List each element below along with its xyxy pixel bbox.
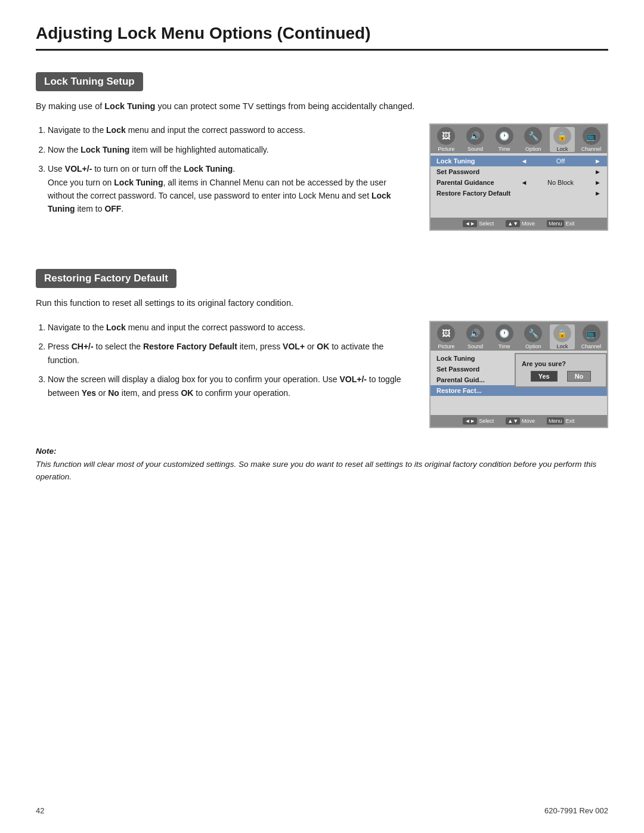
section1-step2: Now the Lock Tuning item will be highlig…	[48, 143, 411, 156]
note-label: Note:	[36, 447, 57, 456]
picture2-icon: 🖼	[437, 324, 455, 342]
page-title: Adjusting Lock Menu Options (Continued)	[36, 24, 608, 51]
section2-menu-body: Lock Tuning Set Password Parental Guid..…	[431, 351, 607, 415]
dialog-yes-button[interactable]: Yes	[531, 371, 558, 382]
doc-number: 620-7991 Rev 002	[544, 806, 608, 815]
page-footer: 42 620-7991 Rev 002	[36, 806, 608, 815]
section1-step3: Use VOL+/- to turn on or turn off the Lo…	[48, 162, 411, 216]
lock-icon: 🔒	[553, 127, 571, 145]
menu-row-empty2	[431, 207, 607, 215]
section2-screenshot: 🖼 Picture 🔊 Sound 🕐 Time 🔧 Option	[429, 321, 608, 428]
sound2-icon: 🔊	[466, 324, 484, 342]
menu2-icon-option: 🔧 Option	[521, 324, 546, 349]
time-icon: 🕐	[496, 127, 513, 145]
section2-instructions: Navigate to the Lock menu and input the …	[36, 321, 411, 405]
section1-header: Lock Tuning Setup	[36, 72, 143, 91]
section1-tv-menu: 🖼 Picture 🔊 Sound 🕐 Time 🔧 Option	[429, 123, 608, 231]
footer2-select: ◄► Select	[463, 417, 494, 425]
dialog-text: Are you sure?	[522, 360, 600, 367]
menu-row-parental-guidance: Parental Guidance ◄ No Block ►	[431, 177, 607, 188]
confirm-dialog: Are you sure? Yes No	[515, 353, 607, 388]
option2-icon: 🔧	[524, 324, 542, 342]
section1-intro: By making use of Lock Tuning you can pro…	[36, 100, 608, 113]
section2-menu-footer: ◄► Select ▲▼ Move Menu Exit	[431, 415, 607, 427]
section2-tv-menu: 🖼 Picture 🔊 Sound 🕐 Time 🔧 Option	[429, 321, 608, 428]
menu-icon-sound: 🔊 Sound	[463, 127, 488, 152]
section-lock-tuning: Lock Tuning Setup By making use of Lock …	[36, 55, 608, 231]
footer-exit: Menu Exit	[547, 220, 575, 227]
dialog-no-button[interactable]: No	[567, 371, 592, 382]
section2-intro: Run this function to reset all settings …	[36, 296, 608, 309]
section2-header: Restoring Factory Default	[36, 269, 177, 288]
section2-step1: Navigate to the Lock menu and input the …	[48, 321, 411, 334]
menu2-row-empty1	[431, 396, 607, 404]
note-section: Note: This function will clear most of y…	[36, 445, 608, 484]
menu2-icon-picture: 🖼 Picture	[434, 324, 459, 349]
menu2-icon-time: 🕐 Time	[492, 324, 517, 349]
section1-menu-icons: 🖼 Picture 🔊 Sound 🕐 Time 🔧 Option	[431, 125, 607, 153]
menu-row-empty1	[431, 199, 607, 207]
menu2-icon-sound: 🔊 Sound	[463, 324, 488, 349]
menu-row-lock-tuning: Lock Tuning ◄ Off ►	[431, 156, 607, 166]
menu2-icon-channel: 📺 Channel	[579, 324, 604, 349]
sound-icon: 🔊	[466, 127, 484, 145]
section1-screenshot: 🖼 Picture 🔊 Sound 🕐 Time 🔧 Option	[429, 123, 608, 231]
footer-move: ▲▼ Move	[506, 220, 535, 227]
section-restore-factory: Restoring Factory Default Run this funct…	[36, 252, 608, 428]
section2-step2: Press CH+/- to select the Restore Factor…	[48, 340, 411, 367]
footer-select: ◄► Select	[463, 220, 494, 227]
menu-row-restore-factory: Restore Factory Default ►	[431, 188, 607, 199]
channel2-icon: 📺	[583, 324, 600, 342]
section1-instructions: Navigate to the Lock menu and input the …	[36, 123, 411, 221]
note-text: This function will clear most of your cu…	[36, 460, 596, 482]
channel-icon: 📺	[583, 127, 600, 145]
title-continued: (Continued)	[277, 24, 370, 42]
page-number: 42	[36, 806, 44, 815]
section1-step1: Navigate to the Lock menu and input the …	[48, 123, 411, 137]
footer2-move: ▲▼ Move	[506, 417, 535, 425]
option-icon: 🔧	[524, 127, 542, 145]
menu-icon-picture: 🖼 Picture	[434, 127, 459, 152]
section2-step3: Now the screen will display a dialog box…	[48, 373, 411, 400]
section1-menu-body: Lock Tuning ◄ Off ► Set Password ► Paren…	[431, 153, 607, 218]
time2-icon: 🕐	[496, 324, 513, 342]
lock2-icon: 🔒	[553, 324, 571, 342]
menu-icon-time: 🕐 Time	[492, 127, 517, 152]
menu-icon-option: 🔧 Option	[521, 127, 546, 152]
menu-icon-channel: 📺 Channel	[579, 127, 604, 152]
footer2-exit: Menu Exit	[547, 417, 575, 425]
menu-row-set-password: Set Password ►	[431, 166, 607, 177]
menu2-row-empty2	[431, 404, 607, 413]
picture-icon: 🖼	[437, 127, 455, 145]
dialog-buttons: Yes No	[522, 371, 600, 382]
menu-icon-lock: 🔒 Lock	[550, 127, 575, 152]
section1-menu-footer: ◄► Select ▲▼ Move Menu Exit	[431, 218, 607, 230]
menu2-icon-lock: 🔒 Lock	[550, 324, 575, 349]
section2-menu-icons: 🖼 Picture 🔊 Sound 🕐 Time 🔧 Option	[431, 322, 607, 351]
